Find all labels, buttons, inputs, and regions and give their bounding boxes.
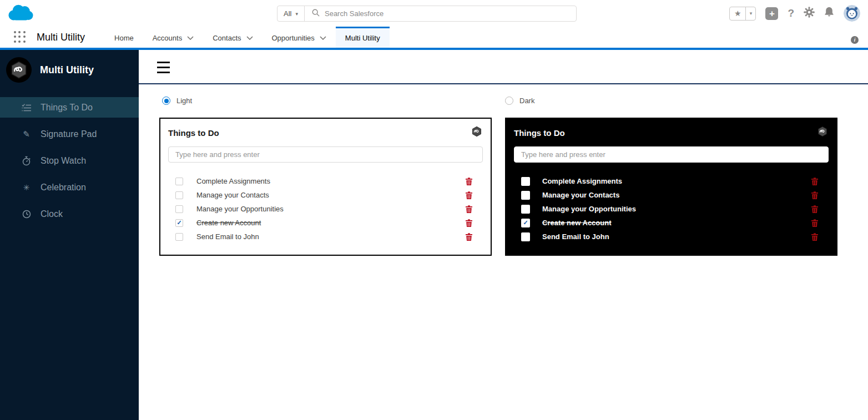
tab-label: Home xyxy=(114,34,134,42)
theme-radio-group: LightDark xyxy=(162,97,534,105)
tab-label: Opportunities xyxy=(272,34,315,42)
todo-checkbox[interactable] xyxy=(175,178,183,185)
global-header: All ▾ ★ ▾ + ? xyxy=(0,0,868,27)
tab-opportunities[interactable]: Opportunities xyxy=(263,27,336,48)
sidebar-header: Multi Utility xyxy=(0,50,139,90)
help-icon[interactable]: ? xyxy=(788,7,794,19)
hamburger-menu-icon[interactable] xyxy=(157,62,170,73)
global-search: All ▾ xyxy=(277,6,577,22)
todo-row: Complete Assignments xyxy=(160,174,491,188)
salesforce-cloud-logo xyxy=(8,4,33,24)
multi-utility-logo-icon xyxy=(6,57,32,83)
todo-checkbox[interactable] xyxy=(175,205,183,213)
setup-gear-icon[interactable] xyxy=(804,7,815,20)
todo-checkbox[interactable] xyxy=(521,191,530,200)
hexagon-squiggle-icon xyxy=(9,60,28,79)
todo-list: Complete Assignments Manage your Contact… xyxy=(160,174,491,244)
chevron-down-icon xyxy=(187,36,194,40)
radio-label: Dark xyxy=(519,97,534,105)
search-input[interactable] xyxy=(325,9,569,18)
todo-cards: Things to Do Complete Assignments Manage… xyxy=(159,118,837,256)
todo-label: Manage your Contacts xyxy=(196,191,466,199)
stopwatch-icon xyxy=(21,156,32,166)
multi-utility-logo-icon xyxy=(471,126,482,139)
theme-radio-light[interactable]: Light xyxy=(162,97,505,105)
content-divider xyxy=(139,83,868,84)
info-icon[interactable]: i xyxy=(851,36,859,44)
delete-trash-icon[interactable] xyxy=(466,233,472,241)
card-title: Things to Do xyxy=(168,128,219,138)
delete-trash-icon[interactable] xyxy=(466,219,472,227)
radio-icon[interactable] xyxy=(162,97,170,105)
todo-label: Create new Account xyxy=(542,219,811,227)
sparkle-icon: ✳ xyxy=(21,183,32,192)
todo-checkbox[interactable] xyxy=(521,232,530,241)
todo-checkbox[interactable]: ✓ xyxy=(175,219,183,227)
todo-row: Manage your Contacts xyxy=(160,188,491,202)
search-scope-dropdown[interactable]: All ▾ xyxy=(277,6,305,21)
todo-row: ✓ Create new Account xyxy=(506,216,836,230)
todo-checkbox[interactable]: ✓ xyxy=(521,219,530,227)
todo-label: Send Email to John xyxy=(542,232,811,241)
todo-label: Complete Assignments xyxy=(196,177,466,185)
search-icon xyxy=(312,9,320,19)
caret-down-icon: ▾ xyxy=(295,11,298,17)
sidebar-item-clock[interactable]: Clock xyxy=(0,204,139,224)
delete-trash-icon[interactable] xyxy=(811,233,818,241)
sidebar-item-stop-watch[interactable]: Stop Watch xyxy=(0,150,139,171)
todo-list: Complete Assignments Manage your Contact… xyxy=(506,174,836,244)
multi-utility-logo-icon xyxy=(817,126,828,139)
radio-icon[interactable] xyxy=(505,97,513,105)
sidebar-item-label: Signature Pad xyxy=(41,129,97,139)
todo-label: Complete Assignments xyxy=(542,177,811,185)
things-to-do-card-light: Things to Do Complete Assignments Manage… xyxy=(159,118,492,256)
favorites-caret-icon[interactable]: ▾ xyxy=(746,7,755,20)
todo-checkbox[interactable] xyxy=(175,233,183,241)
sidebar-item-label: Stop Watch xyxy=(41,156,86,166)
tab-multi-utility[interactable]: Multi Utility xyxy=(336,27,390,48)
todo-checkbox[interactable] xyxy=(521,205,530,214)
chevron-down-icon xyxy=(246,36,253,40)
todo-label: Manage your Contacts xyxy=(542,191,811,199)
chevron-down-icon xyxy=(320,36,326,40)
notification-bell-icon[interactable] xyxy=(824,7,834,20)
delete-trash-icon[interactable] xyxy=(811,219,818,227)
tab-label: Accounts xyxy=(153,34,182,42)
delete-trash-icon[interactable] xyxy=(466,178,472,185)
favorites-star-icon[interactable]: ★ xyxy=(730,7,746,20)
sidebar-item-things-to-do[interactable]: Things To Do xyxy=(0,97,139,118)
app-nav-bar: Multi Utility HomeAccounts Contacts Oppo… xyxy=(0,27,868,48)
tab-label: Multi Utility xyxy=(345,34,380,42)
checklist-icon xyxy=(21,103,32,112)
sidebar-item-signature-pad[interactable]: ✎Signature Pad xyxy=(0,124,139,144)
delete-trash-icon[interactable] xyxy=(466,191,472,199)
new-todo-input[interactable] xyxy=(168,146,483,163)
delete-trash-icon[interactable] xyxy=(811,205,818,213)
todo-row: Manage your Opportunities xyxy=(160,202,491,216)
tab-accounts[interactable]: Accounts xyxy=(143,27,203,48)
todo-checkbox[interactable] xyxy=(175,191,183,199)
todo-row: Manage your Contacts xyxy=(506,188,836,202)
tab-home[interactable]: Home xyxy=(105,27,143,48)
todo-label: Create new Account xyxy=(196,219,466,227)
hexagon-squiggle-icon xyxy=(471,126,482,137)
nav-tabs: HomeAccounts Contacts Opportunities Mult… xyxy=(105,27,390,48)
todo-row: Send Email to John xyxy=(160,230,491,244)
pencil-icon: ✎ xyxy=(21,129,32,139)
sidebar-item-celebration[interactable]: ✳Celebration xyxy=(0,177,139,198)
search-scope-label: All xyxy=(284,9,291,18)
new-todo-input[interactable] xyxy=(514,146,829,163)
tab-contacts[interactable]: Contacts xyxy=(203,27,262,48)
delete-trash-icon[interactable] xyxy=(811,191,818,199)
delete-trash-icon[interactable] xyxy=(466,205,472,213)
user-avatar[interactable] xyxy=(844,5,860,22)
delete-trash-icon[interactable] xyxy=(811,178,818,185)
sidebar-item-label: Clock xyxy=(41,209,63,219)
app-launcher-icon[interactable] xyxy=(14,31,26,43)
global-add-button[interactable]: + xyxy=(765,7,778,20)
sidebar-menu: Things To Do✎Signature Pad Stop Watch✳Ce… xyxy=(0,97,139,224)
todo-checkbox[interactable] xyxy=(521,177,530,186)
card-header: Things to Do xyxy=(160,119,491,139)
theme-radio-dark[interactable]: Dark xyxy=(505,97,534,105)
todo-label: Send Email to John xyxy=(196,232,466,241)
